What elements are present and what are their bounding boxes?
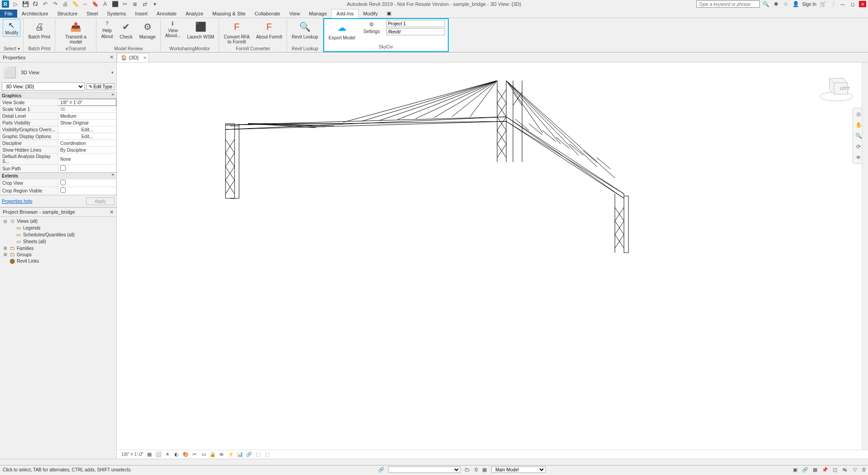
help-icon[interactable]: ❔ <box>829 0 836 8</box>
vc-sun-icon[interactable]: ☀ <box>164 451 171 458</box>
vc-render-icon[interactable]: 🎨 <box>182 451 189 458</box>
signin-label[interactable]: Sign In <box>802 2 816 7</box>
graphics-group-header[interactable]: Graphics⌃ <box>0 92 116 99</box>
vc-extra2-icon[interactable]: ⬚ <box>264 451 270 458</box>
tab-file[interactable]: File <box>0 10 17 18</box>
export-model-button[interactable]: ☁Export Model <box>327 20 357 41</box>
sel-link-icon[interactable]: 🔗 <box>802 466 808 473</box>
switch-icon[interactable]: ⇄ <box>141 0 149 8</box>
skyciv-project-input[interactable] <box>386 20 445 27</box>
cropview-checkbox[interactable] <box>60 180 66 185</box>
save-icon[interactable]: 💾 <box>22 0 29 8</box>
batchprint-button[interactable]: 🖨 Batch Print <box>26 19 52 40</box>
vc-detail-icon[interactable]: ▦ <box>146 451 153 458</box>
vc-showcrop-icon[interactable]: ▭ <box>201 451 207 458</box>
select-panel-label[interactable]: Select ▾ <box>3 45 20 52</box>
instance-select[interactable]: 3D View: {3D} <box>2 82 85 91</box>
vc-temphide-icon[interactable]: 👁 <box>219 451 225 458</box>
redo-icon[interactable]: ↷ <box>52 0 59 8</box>
view-scale-display[interactable]: 1/8" = 1'-0" <box>121 452 144 457</box>
cropregion-checkbox[interactable] <box>60 187 66 193</box>
tab-collaborate[interactable]: Collaborate <box>250 10 284 18</box>
vc-analytical-icon[interactable]: 📊 <box>237 451 243 458</box>
star-icon[interactable]: ☆ <box>782 0 790 8</box>
sel-underlay-icon[interactable]: ▦ <box>812 466 818 473</box>
vc-style-icon[interactable]: ⬜ <box>155 451 162 458</box>
status-design-icon[interactable]: ▦ <box>481 466 488 473</box>
search-input[interactable] <box>696 0 760 8</box>
transmit-button[interactable]: 📤 Transmit a model <box>58 19 93 45</box>
horizontal-scrollbar[interactable] <box>0 459 868 465</box>
expand-icon[interactable]: ⊞ <box>4 246 8 250</box>
revit-logo-icon[interactable]: R <box>2 0 9 8</box>
tab-insert[interactable]: Insert <box>130 10 152 18</box>
exchange-icon[interactable]: 🛒 <box>819 0 826 8</box>
tab-addins[interactable]: Add-Ins <box>331 9 359 18</box>
section-icon[interactable]: ✂ <box>121 0 129 8</box>
tab-architecture[interactable]: Architecture <box>17 10 53 18</box>
comm-icon[interactable]: ✱ <box>772 0 780 8</box>
3d-icon[interactable]: ⬛ <box>111 0 119 8</box>
manage-button[interactable]: ⚙Manage <box>138 19 158 40</box>
minimize-icon[interactable]: — <box>839 1 846 7</box>
tab-systems[interactable]: Systems <box>102 10 130 18</box>
vc-constraints-icon[interactable]: 🔗 <box>246 451 252 458</box>
pb-item[interactable]: ▭Sheets (all) <box>1 238 115 245</box>
expand-icon[interactable]: ⊟ <box>4 219 8 224</box>
tag-icon[interactable]: 🔖 <box>91 0 99 8</box>
search-icon[interactable]: 🔍 <box>762 0 770 8</box>
pb-item[interactable]: ⬤Revit Links <box>1 258 115 264</box>
tab-modify[interactable]: Modify <box>359 10 382 18</box>
vc-crop-icon[interactable]: ✂ <box>192 451 198 458</box>
filter-funnel-icon[interactable]: ▽ <box>852 466 858 473</box>
vc-extra1-icon[interactable]: ⬚ <box>255 451 261 458</box>
pb-item[interactable]: ⊟⊙Views (all) <box>1 218 115 225</box>
convert-rfa-button[interactable]: FConvert RFA to FormIt <box>222 19 251 45</box>
viewport-vscroll[interactable] <box>862 62 868 450</box>
extents-group-header[interactable]: Extents⌃ <box>0 173 116 179</box>
worksets-select[interactable] <box>388 466 460 473</box>
open-icon[interactable]: ▷ <box>12 0 19 8</box>
print-icon[interactable]: 🖨 <box>62 0 69 8</box>
properties-help-link[interactable]: Properties help <box>2 199 32 204</box>
sel-drag-icon[interactable]: ↹ <box>842 466 848 473</box>
view-tab-close-icon[interactable]: ✕ <box>143 55 147 60</box>
check-button[interactable]: ✔Check <box>118 19 135 40</box>
sel-filter-icon[interactable]: ▣ <box>792 466 798 473</box>
tab-massing[interactable]: Massing & Site <box>208 10 250 18</box>
status-link-icon[interactable]: 🔗 <box>378 466 384 473</box>
text-icon[interactable]: A <box>101 0 109 8</box>
pb-item[interactable]: ⊞🗀Groups <box>1 251 115 258</box>
tab-steel[interactable]: Steel <box>82 10 102 18</box>
dimension-icon[interactable]: ↔ <box>82 0 89 8</box>
edit-type-button[interactable]: ✎Edit Type <box>86 83 115 90</box>
pb-item[interactable]: ⊞🗀Families <box>1 245 115 251</box>
vc-shadow-icon[interactable]: ◐ <box>173 451 180 458</box>
apply-button[interactable]: Apply <box>86 197 115 205</box>
measure-icon[interactable]: 📏 <box>72 0 79 8</box>
undo-icon[interactable]: ↶ <box>42 0 49 8</box>
sel-face-icon[interactable]: ◫ <box>832 466 838 473</box>
tab-manage[interactable]: Manage <box>304 10 331 18</box>
revitlookup-button[interactable]: 🔍Revit Lookup <box>290 19 320 40</box>
view-about-button[interactable]: ℹView About... <box>163 19 182 39</box>
close-icon[interactable]: ✕ <box>859 1 866 7</box>
help-button[interactable]: ?HelpAbout <box>99 19 115 40</box>
vc-reveal-icon[interactable]: ⚡ <box>228 451 234 458</box>
tab-view[interactable]: View <box>285 10 305 18</box>
sheet-icon[interactable]: ≣ <box>131 0 139 8</box>
tab-structure[interactable]: Structure <box>53 10 82 18</box>
view-cube[interactable]: LEFT <box>818 72 854 103</box>
model-select[interactable]: Main Model <box>491 466 546 473</box>
pb-close-icon[interactable]: ✕ <box>110 209 114 215</box>
sync-icon[interactable]: 🗘 <box>32 0 39 8</box>
pb-item[interactable]: ▭Legends <box>1 225 115 231</box>
project-browser-tree[interactable]: ⊟⊙Views (all)▭Legends▭Schedules/Quantiti… <box>0 217 116 459</box>
tab-annotate[interactable]: Annotate <box>152 10 181 18</box>
expand-icon[interactable]: ⊞ <box>4 252 8 257</box>
maximize-icon[interactable]: ◻ <box>849 1 856 7</box>
user-icon[interactable]: 👤 <box>792 0 800 8</box>
launchwsm-button[interactable]: ⬛Launch WSM <box>185 19 216 40</box>
tab-analyze[interactable]: Analyze <box>181 10 208 18</box>
about-formit-button[interactable]: FAbout FormIt <box>254 19 284 40</box>
